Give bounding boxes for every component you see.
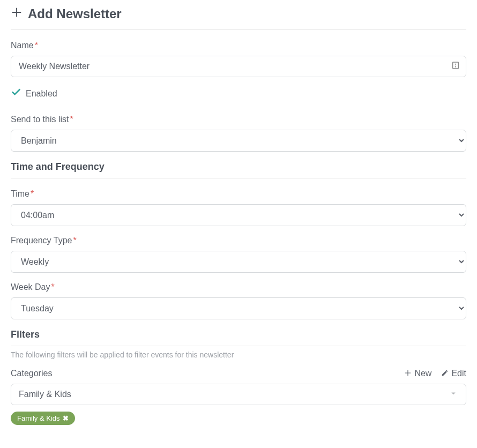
send-to-list-label-text: Send to this list: [11, 115, 69, 124]
chevron-down-icon: [449, 389, 458, 400]
week-day-select[interactable]: Tuesday: [11, 297, 466, 319]
name-label: Name*: [11, 41, 466, 50]
week-day-label: Week Day*: [11, 282, 466, 292]
required-asterisk: *: [73, 236, 76, 245]
time-label-text: Time: [11, 189, 29, 198]
tag-label: Family & Kids: [17, 414, 59, 422]
categories-value: Family & Kids: [19, 390, 71, 399]
frequency-type-label: Frequency Type*: [11, 236, 466, 245]
page-header: Add Newsletter: [11, 5, 466, 30]
filters-header: Filters: [11, 329, 466, 346]
categories-combobox[interactable]: Family & Kids: [11, 384, 466, 405]
filters-subtext: The following filters will be applied to…: [11, 350, 466, 359]
enabled-label: Enabled: [26, 89, 57, 99]
check-icon: [11, 87, 21, 101]
required-asterisk: *: [31, 189, 34, 198]
contact-card-icon[interactable]: [451, 61, 460, 72]
close-icon[interactable]: ✖: [63, 414, 69, 422]
frequency-type-select[interactable]: Weekly: [11, 251, 466, 273]
name-label-text: Name: [11, 41, 34, 50]
new-label-text: New: [414, 369, 431, 378]
send-to-list-label: Send to this list*: [11, 115, 466, 124]
edit-category-button[interactable]: Edit: [441, 369, 466, 378]
categories-label: Categories: [11, 369, 52, 378]
name-input-wrap: [11, 56, 466, 77]
required-asterisk: *: [35, 41, 38, 50]
category-tag: Family & Kids ✖: [11, 412, 75, 425]
week-day-row: Week Day* Tuesday: [11, 282, 466, 319]
frequency-type-label-text: Frequency Type: [11, 236, 72, 245]
categories-header-row: Categories New Edit: [11, 369, 466, 378]
send-to-list-select[interactable]: Benjamin: [11, 130, 466, 152]
time-label: Time*: [11, 189, 466, 199]
frequency-type-row: Frequency Type* Weekly: [11, 236, 466, 273]
plus-icon: [404, 369, 412, 378]
tag-row: Family & Kids ✖: [11, 412, 466, 425]
edit-label-text: Edit: [451, 369, 466, 378]
required-asterisk: *: [70, 115, 73, 124]
week-day-label-text: Week Day: [11, 282, 50, 292]
enabled-checkbox-row[interactable]: Enabled: [11, 87, 466, 101]
svg-point-2: [456, 66, 456, 67]
name-input[interactable]: [11, 56, 466, 77]
page-title: Add Newsletter: [28, 6, 122, 21]
pencil-icon: [441, 369, 449, 378]
time-frequency-header: Time and Frequency: [11, 161, 466, 178]
send-to-list-row: Send to this list* Benjamin: [11, 115, 466, 152]
time-row: Time* 04:00am: [11, 189, 466, 226]
new-category-button[interactable]: New: [404, 369, 431, 378]
required-asterisk: *: [51, 282, 55, 292]
time-select[interactable]: 04:00am: [11, 204, 466, 226]
plus-icon: [11, 5, 23, 22]
name-field-row: Name*: [11, 41, 466, 77]
